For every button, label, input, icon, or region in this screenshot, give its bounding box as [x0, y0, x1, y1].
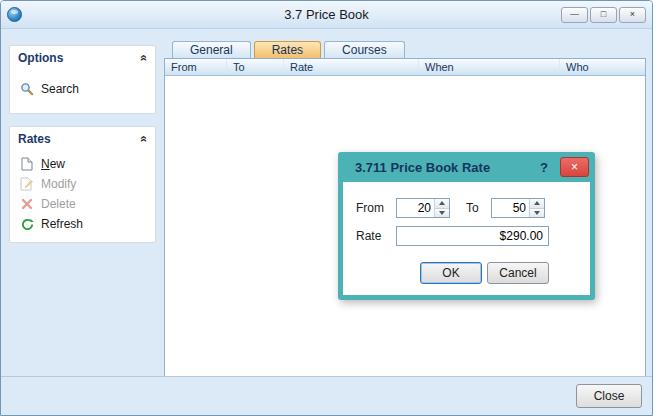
from-spin-down-icon[interactable]: [435, 208, 449, 218]
collapse-chevron-icon[interactable]: »: [137, 136, 151, 143]
dialog-body: From To Rate: [343, 182, 590, 295]
window-title: 3.7 Price Book: [1, 7, 652, 22]
collapse-chevron-icon[interactable]: »: [137, 55, 151, 62]
dialog-buttons: OK Cancel: [356, 262, 577, 284]
cancel-button[interactable]: Cancel: [487, 262, 549, 284]
rates-panel-title: Rates: [18, 132, 51, 146]
sidebar-item-label: Delete: [41, 197, 76, 211]
to-stepper: [491, 198, 545, 218]
column-header-from[interactable]: From: [165, 59, 227, 75]
rates-panel-header[interactable]: Rates »: [10, 127, 155, 150]
tab-general[interactable]: General: [172, 41, 251, 58]
dialog-close-button[interactable]: ×: [560, 157, 589, 177]
window-close-button[interactable]: ×: [619, 7, 646, 23]
rate-label: Rate: [356, 229, 396, 243]
sidebar-item-delete[interactable]: Delete: [18, 194, 147, 214]
refresh-icon: [20, 217, 34, 231]
rate-row: Rate: [356, 226, 577, 246]
options-panel-header[interactable]: Options »: [10, 46, 155, 69]
sidebar-item-label: Modify: [41, 177, 76, 191]
rates-panel-body: New Modify Delete: [10, 150, 155, 242]
sidebar-item-refresh[interactable]: Refresh: [18, 214, 147, 234]
column-header-who[interactable]: Who: [560, 59, 645, 75]
tab-strip: General Rates Courses: [172, 41, 646, 58]
to-label: To: [466, 201, 491, 215]
column-header-when[interactable]: When: [419, 59, 560, 75]
sidebar: Options » Search Rates »: [9, 45, 156, 255]
table-header-row: From To Rate When Who: [165, 59, 645, 76]
to-spinners: [529, 199, 544, 217]
edit-icon: [20, 177, 34, 191]
from-to-row: From To: [356, 198, 577, 218]
price-book-window: 3.7 Price Book — □ × Options » Search: [0, 0, 653, 416]
sidebar-item-label: Search: [41, 82, 79, 96]
sidebar-item-modify[interactable]: Modify: [18, 174, 147, 194]
new-document-icon: [20, 157, 34, 171]
from-label: From: [356, 201, 396, 215]
to-spin-up-icon[interactable]: [530, 199, 544, 208]
from-spinners: [434, 199, 449, 217]
app-icon: [7, 7, 22, 22]
to-input[interactable]: [492, 199, 529, 217]
dialog-titlebar: 3.711 Price Book Rate ? ×: [338, 152, 595, 182]
rate-input[interactable]: [396, 226, 549, 246]
from-input[interactable]: [397, 199, 434, 217]
price-book-rate-dialog: 3.711 Price Book Rate ? × From To: [338, 152, 595, 300]
tab-courses[interactable]: Courses: [324, 41, 405, 58]
close-button[interactable]: Close: [576, 384, 642, 408]
dialog-title: 3.711 Price Book Rate: [355, 160, 540, 175]
column-header-to[interactable]: To: [227, 59, 284, 75]
to-spin-down-icon[interactable]: [530, 208, 544, 218]
delete-icon: [20, 197, 34, 211]
options-panel: Options » Search: [9, 45, 156, 114]
maximize-button[interactable]: □: [590, 7, 617, 23]
options-panel-title: Options: [18, 51, 63, 65]
window-controls: — □ ×: [561, 7, 646, 23]
from-spin-up-icon[interactable]: [435, 199, 449, 208]
sidebar-item-search[interactable]: Search: [18, 79, 147, 99]
from-stepper: [396, 198, 450, 218]
titlebar: 3.7 Price Book — □ ×: [1, 1, 652, 29]
footer-bar: Close: [1, 376, 652, 415]
tab-rates[interactable]: Rates: [254, 41, 321, 58]
column-header-rate[interactable]: Rate: [284, 59, 419, 75]
sidebar-item-label: New: [41, 157, 65, 171]
minimize-button[interactable]: —: [561, 7, 588, 23]
rates-panel: Rates » New Modify: [9, 126, 156, 243]
ok-button[interactable]: OK: [420, 262, 482, 284]
sidebar-item-new[interactable]: New: [18, 154, 147, 174]
options-panel-body: Search: [10, 69, 155, 113]
help-icon[interactable]: ?: [540, 160, 548, 175]
search-icon: [20, 82, 34, 96]
sidebar-item-label: Refresh: [41, 217, 83, 231]
